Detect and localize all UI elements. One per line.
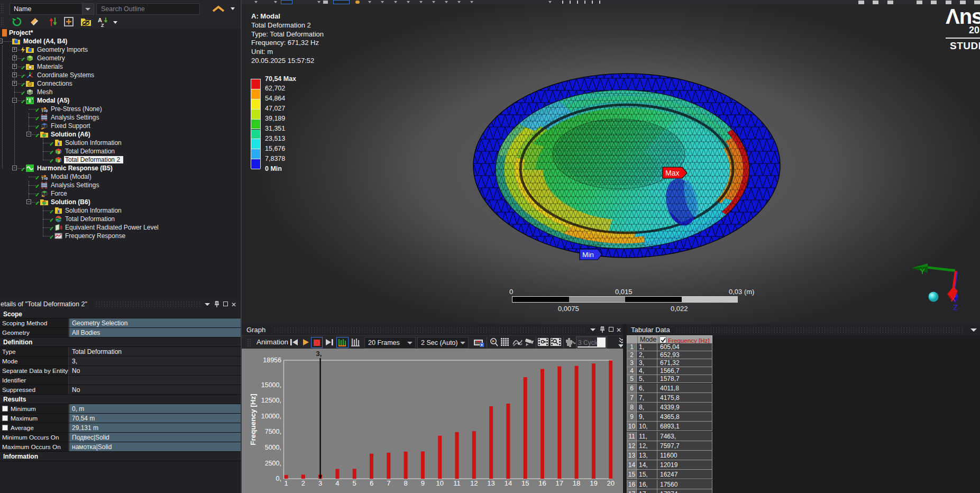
svg-text:2500,: 2500,	[265, 460, 281, 467]
svg-text:1: 1	[284, 479, 288, 487]
svg-text:T=0: T=0	[41, 177, 48, 180]
svg-text:3,: 3,	[316, 350, 322, 358]
svg-text:5000,: 5000,	[265, 444, 281, 451]
svg-text:12500,: 12500,	[261, 397, 281, 404]
svg-text:Min: Min	[582, 251, 594, 259]
svg-text:10: 10	[436, 479, 443, 487]
svg-text:5: 5	[353, 479, 356, 487]
svg-text:0,: 0,	[276, 475, 281, 482]
svg-text:10000,: 10000,	[261, 413, 281, 420]
svg-text:13: 13	[487, 479, 494, 487]
svg-text:17: 17	[556, 479, 563, 487]
svg-text:7500,: 7500,	[265, 428, 281, 435]
svg-text:Z: Z	[953, 303, 958, 312]
svg-text:18956: 18956	[263, 357, 281, 364]
svg-text:4: 4	[335, 479, 339, 487]
svg-text:6: 6	[370, 479, 373, 487]
svg-text:Frequency [Hz]: Frequency [Hz]	[249, 394, 257, 445]
svg-text:8: 8	[404, 479, 407, 487]
svg-text:7: 7	[387, 479, 390, 487]
svg-text:X: X	[950, 294, 956, 303]
svg-text:19: 19	[590, 479, 597, 487]
svg-text:9: 9	[421, 479, 425, 487]
svg-text:15: 15	[521, 479, 529, 487]
svg-text:14: 14	[505, 479, 512, 487]
svg-text:Z: Z	[101, 23, 104, 28]
svg-text:3: 3	[318, 479, 322, 487]
svg-text:12: 12	[470, 479, 478, 487]
svg-text:16: 16	[538, 479, 546, 487]
svg-text:18: 18	[573, 479, 580, 487]
svg-text:11: 11	[453, 479, 461, 487]
svg-text:T=0: T=0	[41, 109, 48, 113]
svg-text:2: 2	[301, 479, 305, 487]
svg-text:20: 20	[607, 479, 614, 487]
svg-text:Max: Max	[665, 169, 679, 177]
svg-text:15000,: 15000,	[261, 381, 281, 389]
svg-text:Y: Y	[920, 267, 925, 276]
